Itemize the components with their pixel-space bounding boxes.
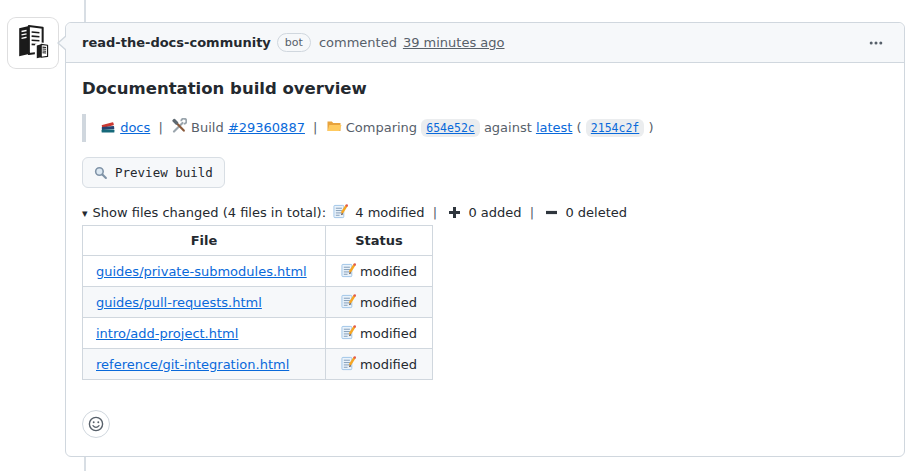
comment-card: read-the-docs-community bot commented 39…	[65, 22, 905, 457]
comment-header: read-the-docs-community bot commented 39…	[66, 23, 904, 63]
smiley-icon	[88, 416, 104, 432]
separator: |	[526, 205, 538, 220]
separator: |	[154, 120, 166, 135]
head-commit-link[interactable]: 654e52c	[421, 119, 479, 137]
comment-body: Documentation build overview docs |	[66, 63, 904, 454]
build-info-quote: docs | Build #29360887 |	[82, 114, 888, 142]
files-changed-label: Show files changed (4 files in total):	[93, 205, 326, 220]
table-row: guides/private-submodules.html modified	[83, 256, 433, 287]
table-row: reference/git-integration.html modified	[83, 349, 433, 380]
preview-build-button[interactable]: Preview build	[82, 157, 225, 188]
kebab-horizontal-icon	[868, 35, 884, 51]
plus-icon	[448, 206, 461, 219]
status-text: modified	[360, 357, 417, 372]
separator: |	[429, 205, 441, 220]
memo-icon	[341, 325, 356, 340]
hammer-wrench-icon	[171, 118, 187, 134]
preview-build-label: Preview build	[115, 165, 213, 180]
files-changed-summary[interactable]: ▾Show files changed (4 files in total): …	[82, 204, 888, 220]
table-row: guides/pull-requests.html modified	[83, 287, 433, 318]
minus-icon	[545, 206, 558, 219]
project-docs-link[interactable]: docs	[120, 120, 150, 135]
comment-title: Documentation build overview	[82, 79, 888, 98]
status-column-header: Status	[326, 226, 433, 256]
added-count: 0 added	[468, 205, 521, 220]
add-reaction-button[interactable]	[82, 410, 110, 438]
table-row: intro/add-project.html modified	[83, 318, 433, 349]
build-label: Build	[191, 120, 224, 135]
comment-author-link[interactable]: read-the-docs-community	[82, 35, 271, 50]
base-version-link[interactable]: latest	[536, 120, 573, 135]
books-icon	[100, 118, 116, 134]
file-link[interactable]: reference/git-integration.html	[96, 357, 289, 372]
memo-icon	[341, 294, 356, 309]
paren-open: (	[577, 120, 582, 135]
deleted-count: 0 deleted	[565, 205, 627, 220]
status-text: modified	[360, 264, 417, 279]
comment-options-button[interactable]	[864, 31, 888, 55]
file-link[interactable]: guides/pull-requests.html	[96, 295, 262, 310]
build-number-link[interactable]: #29360887	[228, 120, 305, 135]
file-link[interactable]: intro/add-project.html	[96, 326, 238, 341]
paren-close: )	[648, 120, 653, 135]
read-the-docs-logo-icon	[10, 20, 56, 66]
bot-avatar[interactable]	[8, 18, 58, 68]
files-table: File Status guides/private-submodules.ht…	[82, 225, 433, 380]
comment-timestamp-link[interactable]: 39 minutes ago	[403, 35, 505, 50]
magnifier-icon	[94, 166, 108, 180]
separator: |	[309, 120, 321, 135]
files-table-header-row: File Status	[83, 226, 433, 256]
base-commit-link[interactable]: 2154c2f	[586, 119, 644, 137]
file-column-header: File	[83, 226, 326, 256]
comparing-label: Comparing	[346, 120, 417, 135]
memo-icon	[341, 356, 356, 371]
bot-badge: bot	[277, 33, 311, 52]
comment-action-text: commented	[319, 35, 397, 50]
status-text: modified	[360, 326, 417, 341]
disclosure-triangle-icon: ▾	[82, 207, 88, 220]
memo-icon	[333, 204, 348, 219]
modified-count: 4 modified	[355, 205, 424, 220]
open-folder-icon	[326, 118, 342, 134]
file-link[interactable]: guides/private-submodules.html	[96, 264, 307, 279]
against-label: against	[484, 120, 532, 135]
memo-icon	[341, 263, 356, 278]
status-text: modified	[360, 295, 417, 310]
pr-timeline: read-the-docs-community bot commented 39…	[0, 0, 912, 471]
